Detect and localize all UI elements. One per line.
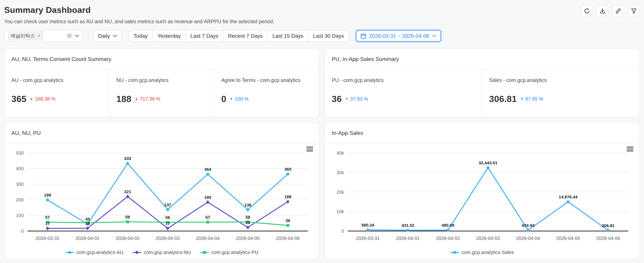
svg-text:2026-04-05: 2026-04-05 [236,236,260,241]
quick-range-group: Today Yesterday Last 7 Days Recent 7 Day… [128,30,349,42]
svg-text:2026-04-04: 2026-04-04 [516,236,540,241]
chevron-down-icon [432,35,436,37]
metric-value: 306.81 [489,94,517,104]
svg-text:2026-04-06: 2026-04-06 [596,236,620,241]
svg-text:199: 199 [44,193,51,197]
svg-text:0: 0 [342,229,344,234]
metric-change-down: 37.93 % [345,96,368,102]
metric-label: NU - com.gcp.analytics [116,77,207,83]
svg-text:300: 300 [16,182,24,187]
metric-au: AU - com.gcp.analytics 365 168.38 % [5,70,109,117]
svg-text:364: 364 [204,167,211,172]
metric-pu: PU - com.gcp.analytics 36 37.93 % [325,70,482,117]
filter-icon [631,8,637,14]
svg-text:500: 500 [16,150,24,156]
legend-item[interactable]: com.gcp.analytics-NU [133,250,191,255]
tag-remove-icon[interactable]: ✕ [37,34,40,38]
line-chart-au-nu-pu[interactable]: 01002003004005002026-03-312026-04-012026… [10,147,313,247]
range-last15-button[interactable]: Last 15 Days [268,30,308,42]
card-title: AU, NU, Terms Consent Count Summary [12,56,111,62]
chart-menu-icon[interactable] [627,146,634,152]
line-chart-sales[interactable]: 010k20k30k40k2026-03-312026-04-012026-04… [331,147,634,247]
metric-change-down: 100 % [230,96,248,102]
legend-item[interactable]: com.gcp.analytics-PU [200,250,258,255]
metric-value: 36 [332,94,342,104]
svg-text:2026-04-01: 2026-04-01 [76,236,100,241]
metric-terms: Agree to Terms - com.gcp.analytics 0 100… [214,70,319,117]
summary-card-sales: PU, In-App Sales Summary PU - com.gcp.an… [324,48,640,117]
svg-text:2026-04-03: 2026-04-03 [156,236,180,241]
svg-text:56: 56 [165,215,170,220]
page-header: Summary Dashboard You can check user met… [4,5,274,24]
legend-item[interactable]: com.gcp.analytics-AU [66,250,124,255]
svg-text:2026-04-06: 2026-04-06 [276,236,300,241]
link-icon [615,8,621,14]
range-last30-button[interactable]: Last 30 Days [308,30,349,42]
svg-text:0: 0 [21,229,24,234]
metric-sales: Sales - com.gcp.analytics 306.81 97.95 % [482,70,640,117]
card-title: PU, In-App Sales Summary [332,56,399,62]
svg-text:137: 137 [164,203,171,207]
range-yesterday-button[interactable]: Yesterday [152,30,186,42]
metric-change-up: 717.39 % [135,96,160,102]
summary-card-users: AU, NU, Terms Consent Count Summary AU -… [4,48,320,117]
svg-text:57: 57 [45,215,50,220]
metric-label: Sales - com.gcp.analytics [489,77,633,83]
chart-title: In-App Sales [332,130,363,136]
range-today-button[interactable]: Today [128,30,153,42]
clear-selection-icon[interactable]: ✕ [66,33,72,39]
svg-text:59: 59 [125,215,130,219]
chart-legend: com.gcp.analytics-AUcom.gcp.analytics-NU… [10,250,313,255]
svg-text:306.81: 306.81 [602,223,615,228]
svg-text:32,443.01: 32,443.01 [479,161,498,165]
svg-text:221: 221 [124,189,131,194]
legend-item[interactable]: com.gcp.analytics-Sales [450,250,514,255]
page-subtitle: You can check user metrics such as AU an… [4,18,274,24]
svg-text:14,976.44: 14,976.44 [559,195,578,199]
svg-text:2026-03-31: 2026-03-31 [36,236,60,241]
chevron-down-icon [113,35,117,37]
svg-text:58: 58 [246,215,250,220]
metric-change-down: 97.95 % [520,96,543,102]
range-recent7-button[interactable]: Recent 7 Days [223,30,268,42]
chevron-down-icon [75,35,79,37]
share-link-button[interactable] [612,5,624,17]
svg-text:2026-04-03: 2026-04-03 [476,236,500,241]
circle-legend-marker-icon [450,250,459,255]
svg-text:2026-04-05: 2026-04-05 [556,236,580,241]
metric-value: 365 [12,94,26,104]
svg-text:185: 185 [204,195,211,200]
download-icon [600,8,606,14]
dashboard-page: Summary Dashboard You can check user met… [0,0,644,263]
svg-text:10k: 10k [336,209,344,214]
app-multiselect[interactable]: 애널리틱스 ✕ ✕ [4,30,83,42]
svg-text:17: 17 [45,221,50,226]
chart-body: 01002003004005002026-03-312026-04-012026… [5,144,319,259]
svg-text:433: 433 [124,156,131,161]
filter-bar: 애널리틱스 ✕ ✕ Daily Today Yesterday Last 7 D… [4,30,640,42]
svg-text:40k: 40k [336,150,344,156]
download-button[interactable] [597,5,608,17]
range-last7-button[interactable]: Last 7 Days [186,30,224,42]
date-range-picker[interactable]: 2026-03-31 ~ 2026-04-06 [356,30,441,42]
svg-text:188: 188 [284,194,292,199]
divider [88,32,88,40]
granularity-select[interactable]: Daily [94,30,122,42]
refresh-button[interactable] [581,5,593,17]
svg-text:431.52: 431.52 [401,223,414,228]
filter-button[interactable] [628,5,640,17]
svg-text:580.34: 580.34 [361,223,374,227]
page-title: Summary Dashboard [4,5,274,15]
chart-body: 010k20k30k40k2026-03-312026-04-012026-04… [325,144,639,259]
square-legend-marker-icon [200,250,209,255]
svg-text:57: 57 [206,215,210,220]
refresh-icon [584,8,590,14]
svg-text:433.94: 433.94 [522,223,534,228]
svg-text:200: 200 [16,197,24,203]
diamond-legend-marker-icon [133,250,141,255]
svg-text:2026-04-04: 2026-04-04 [196,236,220,241]
chart-menu-icon[interactable] [306,146,313,152]
metric-label: PU - com.gcp.analytics [332,77,475,83]
toolbar [581,5,640,17]
svg-text:100: 100 [16,213,24,218]
